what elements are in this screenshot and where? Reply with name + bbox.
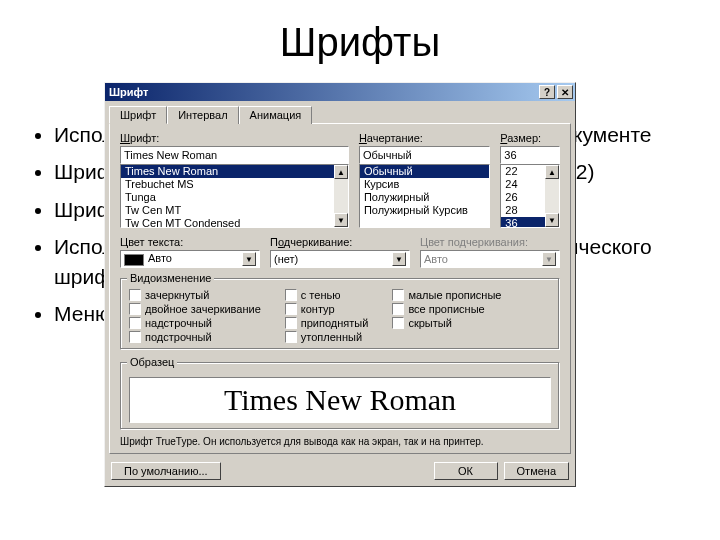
default-button[interactable]: По умолчанию... (111, 462, 221, 480)
textcolor-label: Цвет текста: (120, 236, 260, 248)
font-input[interactable]: Times New Roman (120, 146, 349, 164)
scrollbar[interactable]: ▲ ▼ (334, 165, 348, 227)
list-item[interactable]: Полужирный Курсив (360, 204, 489, 217)
list-item[interactable]: Times New Roman (121, 165, 348, 178)
list-item[interactable]: Tw Cen MT (121, 204, 348, 217)
dialog-title: Шрифт (109, 86, 148, 98)
tab-panel-font: Шрифт: Times New Roman Times New Roman T… (109, 123, 571, 454)
effects-group: Видоизменение зачеркнутый двойное зачерк… (120, 278, 560, 350)
preview-box: Times New Roman (129, 377, 551, 423)
style-input[interactable]: Обычный (359, 146, 490, 164)
check-double-strike[interactable]: двойное зачеркивание (129, 303, 261, 315)
underlinecolor-combo: Авто ▼ (420, 250, 560, 268)
textcolor-combo[interactable]: Авто ▼ (120, 250, 260, 268)
font-listbox[interactable]: Times New Roman Trebuchet MS Tunga Tw Ce… (120, 164, 349, 228)
tab-font[interactable]: Шрифт (109, 106, 167, 124)
font-label: Шрифт: (120, 132, 349, 144)
tab-animation[interactable]: Анимация (239, 106, 313, 124)
tab-interval[interactable]: Интервал (167, 106, 238, 124)
check-smallcaps[interactable]: малые прописные (392, 289, 501, 301)
underline-label: Подчеркивание: (270, 236, 410, 248)
preview-group: Образец Times New Roman (120, 362, 560, 430)
chevron-down-icon: ▼ (542, 252, 556, 266)
preview-text: Times New Roman (224, 383, 456, 417)
list-item[interactable]: Tunga (121, 191, 348, 204)
check-engrave[interactable]: утопленный (285, 331, 369, 343)
size-listbox[interactable]: 22 24 26 28 36 ▲ ▼ (500, 164, 560, 228)
list-item[interactable]: Курсив (360, 178, 489, 191)
tabs: Шрифт Интервал Анимация (105, 101, 575, 123)
check-emboss[interactable]: приподнятый (285, 317, 369, 329)
list-item[interactable]: Полужирный (360, 191, 489, 204)
list-item[interactable]: Обычный (360, 165, 489, 178)
effects-label: Видоизменение (127, 272, 214, 284)
scroll-down-icon[interactable]: ▼ (545, 213, 559, 227)
list-item[interactable]: Trebuchet MS (121, 178, 348, 191)
font-dialog: Шрифт ? ✕ Шрифт Интервал Анимация Шрифт:… (104, 82, 576, 487)
style-listbox[interactable]: Обычный Курсив Полужирный Полужирный Кур… (359, 164, 490, 228)
help-button[interactable]: ? (539, 85, 555, 99)
check-superscript[interactable]: надстрочный (129, 317, 261, 329)
check-subscript[interactable]: подстрочный (129, 331, 261, 343)
scrollbar[interactable]: ▲ ▼ (545, 165, 559, 227)
chevron-down-icon: ▼ (392, 252, 406, 266)
preview-label: Образец (127, 356, 177, 368)
titlebar[interactable]: Шрифт ? ✕ (105, 83, 575, 101)
scroll-up-icon[interactable]: ▲ (334, 165, 348, 179)
chevron-down-icon: ▼ (242, 252, 256, 266)
slide-title: Шрифты (0, 20, 720, 65)
close-icon: ✕ (561, 87, 569, 98)
check-strikethrough[interactable]: зачеркнутый (129, 289, 261, 301)
check-shadow[interactable]: с тенью (285, 289, 369, 301)
check-allcaps[interactable]: все прописные (392, 303, 501, 315)
scroll-down-icon[interactable]: ▼ (334, 213, 348, 227)
list-item[interactable]: Tw Cen MT Condensed (121, 217, 348, 228)
cancel-button[interactable]: Отмена (504, 462, 569, 480)
size-input[interactable]: 36 (500, 146, 560, 164)
style-label: Начертание: (359, 132, 490, 144)
underlinecolor-label: Цвет подчеркивания: (420, 236, 560, 248)
underline-combo[interactable]: (нет) ▼ (270, 250, 410, 268)
ok-button[interactable]: ОК (434, 462, 498, 480)
dialog-buttons: По умолчанию... ОК Отмена (105, 458, 575, 486)
check-outline[interactable]: контур (285, 303, 369, 315)
size-label: Размер: (500, 132, 560, 144)
question-icon: ? (544, 87, 550, 98)
check-hidden[interactable]: скрытый (392, 317, 501, 329)
scroll-up-icon[interactable]: ▲ (545, 165, 559, 179)
font-description: Шрифт TrueType. Он используется для выво… (120, 436, 560, 447)
close-button[interactable]: ✕ (557, 85, 573, 99)
